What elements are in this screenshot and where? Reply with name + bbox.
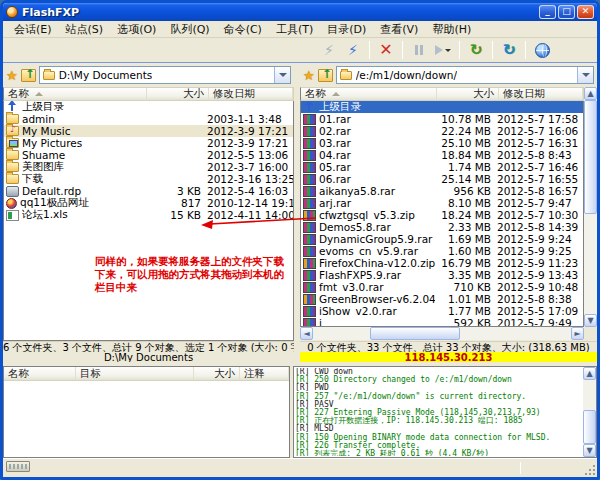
parent-folder-icon[interactable] [21,69,36,82]
file-row[interactable]: DynamicGroup5.9.rar 1.69 MB 2012-5-9 9:2… [301,233,583,245]
flashfxp-window: FlashFXP _ □ ✕ 会话(E) 站点(S) 选项(O) 队列(Q) 命… [0,0,600,480]
log-line: [R] 257 "/e:/m1/down/down" is current di… [295,393,582,401]
scrollbar-thumb[interactable] [370,327,460,340]
local-path-combobox[interactable]: D:\My Documents [39,66,291,84]
column-header-size[interactable]: 大小 [437,88,499,100]
column-header-size[interactable]: 大小 [147,88,209,100]
menu-item[interactable]: 站点(S) [59,21,111,38]
favorites-star-icon[interactable]: ★ [6,68,18,83]
scrollbar-thumb[interactable] [583,410,596,444]
toolbar: ⚡ ⚡ ✕ ↻ ↻ [3,38,597,62]
file-row[interactable]: My Music 2012-3-9 17:21 [4,125,293,137]
menu-item[interactable]: 命令(C) [217,21,269,38]
file-name: 01.rar [319,113,435,125]
scrollbar-thumb[interactable] [584,100,597,214]
file-row[interactable]: Demos5.8.rar 2.33 MB 2012-5-8 14:39 [301,221,583,233]
queue-column-target[interactable]: 目标 [76,367,194,380]
menu-item[interactable]: 队列(Q) [163,21,216,38]
queue-column-size[interactable]: 大小 [194,367,240,380]
site-globe-icon[interactable] [531,40,553,61]
log-line: [R] 250 Directory changed to /e:/m1/down… [295,376,582,384]
scroll-up-icon[interactable]: ▲ [583,367,596,380]
file-name: FlashFXP5.9.rar [319,269,435,281]
remote-file-list[interactable]: 上级目录 01.rar 10.78 MB 2012-5-7 17:58 [300,101,584,327]
file-icon [6,126,19,136]
transfer-swirl-icon[interactable]: ↻ [465,40,487,61]
file-date: 2010-12-14 19:11 [207,197,291,209]
queue-column-note[interactable]: 注释 [240,367,289,380]
file-row[interactable]: fmt_v3.0.rar 710 KB 2012-5-9 10:48 [301,281,583,293]
file-row[interactable]: 01.rar 10.78 MB 2012-5-7 17:58 [301,113,583,125]
file-row[interactable]: cfwztgsql_v5.3.zip 18.24 MB 2012-5-7 10:… [301,209,583,221]
column-header-name[interactable]: 名称 [301,88,437,100]
column-header-date[interactable]: 修改日期 [499,88,583,100]
file-row[interactable]: 05.rar 1.74 MB 2012-5-7 16:46 [301,161,583,173]
vertical-scrollbar[interactable]: ▲ ▼ [584,87,597,327]
queue-column-name[interactable]: 名称 [4,367,76,380]
scroll-down-icon[interactable]: ▼ [583,444,596,457]
close-button[interactable]: ✕ [577,5,594,19]
menu-item[interactable]: 目录(D) [320,21,373,38]
remote-path-combobox[interactable]: /e:/m1/down/down/ [336,66,594,84]
menu-item[interactable]: 工具(T) [269,21,320,38]
file-row[interactable]: aikanya5.8.rar 956 KB 2012-5-8 16:57 [301,185,583,197]
file-row[interactable]: My Pictures 2012-3-9 17:21 [4,137,293,149]
log-panel[interactable]: [R] CWD down [R] 250 Directory changed t… [293,366,597,458]
favorites-star-icon[interactable]: ★ [303,68,315,83]
file-row[interactable]: evoms_cn_v5.9.rar 1.60 MB 2012-5-9 9:25 [301,245,583,257]
refresh-icon[interactable]: ↻ [498,40,520,61]
remote-panel: ★ /e:/m1/down/down/ 名称 大小 修改日期 [300,63,597,363]
disconnect-bolt-icon[interactable]: ⚡ [318,40,340,61]
folder-icon [43,71,55,80]
queue-mini-icon[interactable] [6,461,30,472]
file-icon [303,210,316,221]
combobox-dropdown-button[interactable] [577,67,593,83]
queue-panel[interactable]: 名称 目标 大小 注释 [3,366,290,458]
sort-arrow-icon [35,92,43,96]
column-header-name[interactable]: 名称 [4,88,147,100]
menu-item[interactable]: 会话(E) [7,21,59,38]
file-row[interactable]: 03.rar 25.10 MB 2012-5-7 16:31 [301,137,583,149]
horizontal-scrollbar[interactable]: ◄ ► [300,327,584,340]
maximize-button[interactable]: □ [558,5,575,19]
statusbar-divider [520,462,521,474]
file-row[interactable]: 04.rar 18.84 MB 2012-5-8 8:43 [301,149,583,161]
file-row[interactable]: arj.rar 8.10 MB 2012-5-7 9:47 [301,197,583,209]
start-queue-icon[interactable] [432,40,454,61]
file-row[interactable]: 上级目录 [4,101,293,113]
file-row[interactable]: FlashFXP5.9.rar 3.35 MB 2012-5-9 13:43 [301,269,583,281]
scroll-right-icon[interactable]: ► [571,327,584,340]
file-date: 2012-4-11 14:00 [207,209,291,221]
scroll-left-icon[interactable]: ◄ [300,327,313,340]
menu-item[interactable]: 选项(O) [110,21,163,38]
column-header-date[interactable]: 修改日期 [209,88,293,100]
menu-item[interactable]: 查看(V) [373,21,425,38]
file-row[interactable]: 06.rar 25.14 MB 2012-5-7 16:55 [301,173,583,185]
file-row[interactable]: j 592 KB 2012-5-7 9:49 [301,317,583,327]
resize-grip-icon[interactable] [585,465,595,475]
file-row[interactable]: 下载 2012-3-16 13:25 [4,173,293,185]
scroll-up-icon[interactable]: ▲ [584,87,597,100]
combobox-dropdown-button[interactable] [274,67,290,83]
file-row[interactable]: GreenBrowser-v6.2.0427.zip 1.01 MB 2012-… [301,293,583,305]
local-file-list[interactable]: 上级目录 admin 2003-1-1 3:48 [3,101,294,341]
file-icon [6,174,19,184]
menu-item[interactable]: 帮助(H) [425,21,478,38]
log-scrollbar[interactable]: ▲ ▼ [583,367,596,457]
connect-bolt-icon[interactable]: ⚡ [342,40,364,61]
title-bar[interactable]: FlashFXP _ □ ✕ [3,3,597,21]
file-row[interactable]: iShow_v2.0.rar 1.77 MB 2012-5-5 17:09 [301,305,583,317]
file-date: 2012-5-9 9:25 [497,245,581,257]
abort-icon[interactable]: ✕ [375,40,397,61]
file-icon [303,318,316,328]
file-row[interactable]: 02.rar 22.24 MB 2012-5-7 16:06 [301,125,583,137]
scroll-down-icon[interactable]: ▼ [584,314,597,327]
file-row[interactable]: 论坛1.xls 15 KB 2012-4-11 14:00 [4,209,293,221]
minimize-button[interactable]: _ [539,5,556,19]
file-row[interactable]: FirefoxChina-v12.0.zip 16.79 MB 2012-5-9… [301,257,583,269]
file-row[interactable]: 上级目录 [301,101,583,113]
folder-icon [340,71,352,80]
file-row[interactable]: admin 2003-1-1 3:48 [4,113,293,125]
parent-folder-icon[interactable] [318,69,333,82]
pause-queue-icon[interactable] [408,40,430,61]
